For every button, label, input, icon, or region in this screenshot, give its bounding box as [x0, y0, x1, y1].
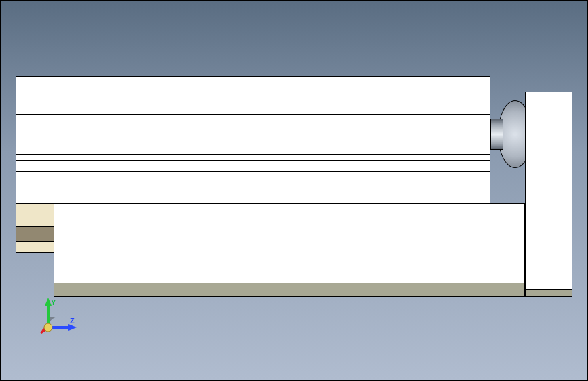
cad-viewport[interactable]: Y Z	[0, 0, 588, 381]
z-axis-arrow-icon	[68, 324, 77, 331]
finger-row	[16, 216, 54, 227]
upper-edge-line	[16, 108, 490, 108]
upper-edge-line	[16, 114, 490, 115]
upper-edge-line	[16, 98, 490, 98]
finger-row	[16, 241, 54, 253]
upper-block	[16, 76, 490, 203]
triad-svg: Y Z	[35, 298, 82, 345]
finger-row	[16, 226, 54, 242]
triad-origin-icon	[44, 323, 52, 332]
upper-edge-line	[16, 154, 490, 155]
model-group	[1, 1, 588, 381]
right-column-body	[525, 92, 572, 290]
lower-block-footer	[54, 283, 525, 297]
upper-edge-line	[16, 171, 490, 172]
y-axis-label: Y	[51, 298, 56, 306]
upper-edge-line	[16, 160, 490, 161]
z-axis-label: Z	[70, 317, 75, 325]
right-column-footer	[525, 289, 572, 297]
shaft-cylinder	[490, 119, 503, 150]
lower-block-body	[54, 203, 525, 283]
finger-row	[16, 203, 54, 216]
orientation-triad[interactable]: Y Z	[35, 298, 82, 345]
